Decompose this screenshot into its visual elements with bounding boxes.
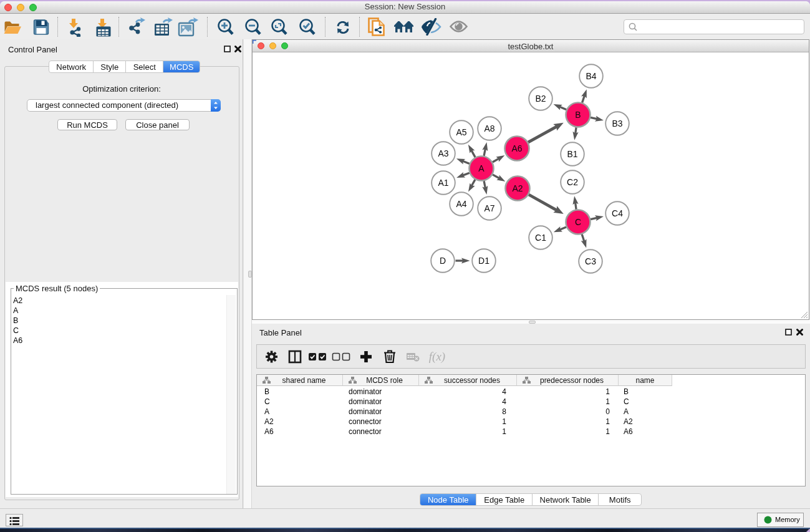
svg-text:A6: A6 — [511, 143, 522, 153]
svg-text:D1: D1 — [478, 256, 489, 266]
svg-text:A3: A3 — [438, 148, 448, 158]
svg-text:C2: C2 — [567, 177, 578, 187]
svg-text:B3: B3 — [612, 118, 622, 128]
svg-text:B: B — [575, 110, 581, 120]
svg-text:A1: A1 — [438, 178, 448, 188]
svg-text:C4: C4 — [612, 208, 623, 218]
svg-text:A7: A7 — [484, 203, 494, 213]
svg-text:A2: A2 — [512, 183, 523, 193]
svg-text:A8: A8 — [484, 123, 494, 133]
svg-text:A5: A5 — [456, 127, 466, 137]
svg-text:D: D — [440, 256, 446, 266]
svg-text:C3: C3 — [585, 256, 596, 266]
svg-text:f(x): f(x) — [429, 350, 445, 364]
svg-text:B1: B1 — [567, 149, 577, 159]
svg-text:C1: C1 — [535, 233, 546, 243]
svg-text:B2: B2 — [535, 94, 546, 104]
svg-text:A: A — [478, 163, 485, 173]
svg-text:C: C — [575, 217, 581, 227]
svg-text:B4: B4 — [586, 71, 596, 81]
svg-text:A4: A4 — [456, 199, 466, 209]
